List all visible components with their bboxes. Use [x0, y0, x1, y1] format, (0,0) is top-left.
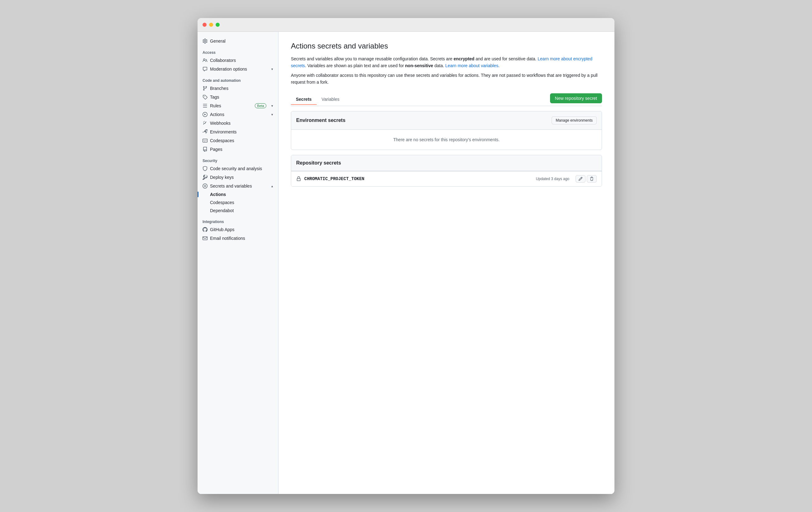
- environment-secrets-empty: There are no secrets for this repository…: [291, 130, 602, 150]
- new-repository-secret-button[interactable]: New repository secret: [550, 93, 602, 103]
- secret-actions: [574, 175, 597, 183]
- tabs-row: Secrets Variables New repository secret: [291, 93, 602, 106]
- sidebar-item-pages[interactable]: Pages: [198, 145, 278, 154]
- repository-secrets-header: Repository secrets: [291, 155, 602, 171]
- shield-icon: [203, 166, 207, 171]
- environment-secrets-title: Environment secrets: [296, 118, 345, 123]
- edit-secret-button[interactable]: [576, 175, 585, 183]
- sidebar-item-label: Secrets and variables: [210, 183, 252, 188]
- sidebar-item-actions[interactable]: Actions ▾: [198, 110, 278, 119]
- chevron-down-icon: ▾: [271, 104, 273, 108]
- git-branch-icon: [203, 86, 207, 91]
- secret-name: CHROMATIC_PROJECT_TOKEN: [304, 176, 536, 181]
- page-title: Actions secrets and variables: [291, 42, 602, 51]
- plus-circle-icon: [203, 183, 207, 188]
- sidebar-sub-item-codespaces[interactable]: Codespaces: [198, 199, 278, 207]
- traffic-lights: [203, 23, 220, 27]
- sidebar-item-label: Code security and analysis: [210, 166, 262, 171]
- sidebar-item-label: Email notifications: [210, 236, 245, 241]
- sidebar-item-label: Branches: [210, 86, 228, 91]
- chevron-up-icon: ▴: [271, 184, 273, 188]
- repository-secrets-card: Repository secrets CHROMATIC_PROJECT_TOK…: [291, 155, 602, 187]
- sidebar-section-access: Access: [198, 46, 278, 56]
- environment-secrets-header: Environment secrets Manage environments: [291, 111, 602, 130]
- delete-secret-button[interactable]: [587, 175, 597, 183]
- description-paragraph-1: Secrets and variables allow you to manag…: [291, 55, 602, 69]
- sidebar-item-rules[interactable]: Rules Beta ▾: [198, 101, 278, 110]
- sidebar-item-tags[interactable]: Tags: [198, 93, 278, 101]
- sidebar-sub-item-actions[interactable]: Actions: [198, 190, 278, 199]
- sidebar-section-code: Code and automation: [198, 73, 278, 84]
- sidebar-item-webhooks[interactable]: Webhooks: [198, 119, 278, 127]
- codespace-icon: [203, 138, 207, 143]
- sidebar-sub-item-label: Dependabot: [210, 208, 234, 213]
- sidebar-item-code-security[interactable]: Code security and analysis: [198, 164, 278, 173]
- chevron-down-icon: ▾: [271, 113, 273, 117]
- env-icon: [203, 129, 207, 134]
- titlebar: [198, 18, 614, 32]
- sidebar-item-deploy-keys[interactable]: Deploy keys: [198, 173, 278, 182]
- mail-icon: [203, 236, 207, 241]
- sidebar-item-collaborators[interactable]: Collaborators: [198, 56, 278, 65]
- description-paragraph-2: Anyone with collaborator access to this …: [291, 72, 602, 86]
- sidebar-section-security: Security: [198, 154, 278, 164]
- learn-more-secrets-link[interactable]: Learn more about encrypted secrets: [291, 56, 592, 68]
- key-icon: [203, 175, 207, 180]
- sidebar-item-label: Collaborators: [210, 58, 236, 63]
- person-icon: [203, 58, 207, 63]
- maximize-button[interactable]: [215, 23, 220, 27]
- gear-icon: [203, 38, 207, 43]
- window: General Access Collaborators Moderation …: [198, 18, 614, 494]
- sidebar-item-label: Pages: [210, 147, 223, 152]
- main-content: Actions secrets and variables Secrets an…: [279, 32, 614, 494]
- close-button[interactable]: [203, 23, 207, 27]
- chevron-down-icon: ▾: [271, 67, 273, 71]
- rule-icon: [203, 103, 207, 108]
- sidebar-item-label: General: [210, 38, 226, 43]
- sidebar-item-github-apps[interactable]: GitHub Apps: [198, 225, 278, 234]
- sidebar-item-label: Tags: [210, 95, 219, 99]
- sidebar-item-email-notifications[interactable]: Email notifications: [198, 234, 278, 243]
- sidebar-sub-item-label: Actions: [210, 192, 226, 197]
- comment-icon: [203, 66, 207, 71]
- sidebar-item-general[interactable]: General: [198, 37, 278, 46]
- sidebar-sub-item-dependabot[interactable]: Dependabot: [198, 207, 278, 215]
- secret-updated: Updated 3 days ago: [536, 177, 569, 181]
- sidebar-item-label: Environments: [210, 129, 237, 134]
- lock-icon: [296, 176, 301, 181]
- manage-environments-button[interactable]: Manage environments: [552, 116, 597, 124]
- sidebar-item-environments[interactable]: Environments: [198, 127, 278, 136]
- sidebar-item-label: Codespaces: [210, 138, 234, 143]
- table-row: CHROMATIC_PROJECT_TOKEN Updated 3 days a…: [291, 171, 602, 186]
- tabs: Secrets Variables: [291, 94, 344, 104]
- beta-badge: Beta: [255, 103, 266, 108]
- sidebar-item-label: Rules: [210, 103, 221, 108]
- sidebar-item-branches[interactable]: Branches: [198, 84, 278, 93]
- webhook-icon: [203, 121, 207, 126]
- sidebar-item-label: Webhooks: [210, 121, 231, 126]
- repository-secrets-title: Repository secrets: [296, 160, 341, 166]
- minimize-button[interactable]: [209, 23, 213, 27]
- tag-icon: [203, 95, 207, 99]
- sidebar-item-label: GitHub Apps: [210, 227, 235, 232]
- environment-secrets-card: Environment secrets Manage environments …: [291, 111, 602, 150]
- sidebar-section-integrations: Integrations: [198, 215, 278, 225]
- tab-variables[interactable]: Variables: [317, 94, 344, 105]
- sidebar-item-label: Actions: [210, 112, 224, 117]
- pages-icon: [203, 147, 207, 152]
- sidebar-sub-item-label: Codespaces: [210, 200, 234, 205]
- sidebar-item-codespaces[interactable]: Codespaces: [198, 136, 278, 145]
- learn-more-variables-link[interactable]: Learn more about variables: [445, 63, 498, 68]
- sidebar-item-label: Deploy keys: [210, 175, 234, 180]
- sidebar: General Access Collaborators Moderation …: [198, 32, 279, 494]
- github-icon: [203, 227, 207, 232]
- sidebar-item-secrets-variables[interactable]: Secrets and variables ▴: [198, 182, 278, 190]
- sidebar-item-label: Moderation options: [210, 66, 247, 71]
- empty-text: There are no secrets for this repository…: [393, 137, 500, 142]
- actions-icon: [203, 112, 207, 117]
- tab-secrets[interactable]: Secrets: [291, 94, 317, 105]
- sidebar-item-moderation[interactable]: Moderation options ▾: [198, 65, 278, 73]
